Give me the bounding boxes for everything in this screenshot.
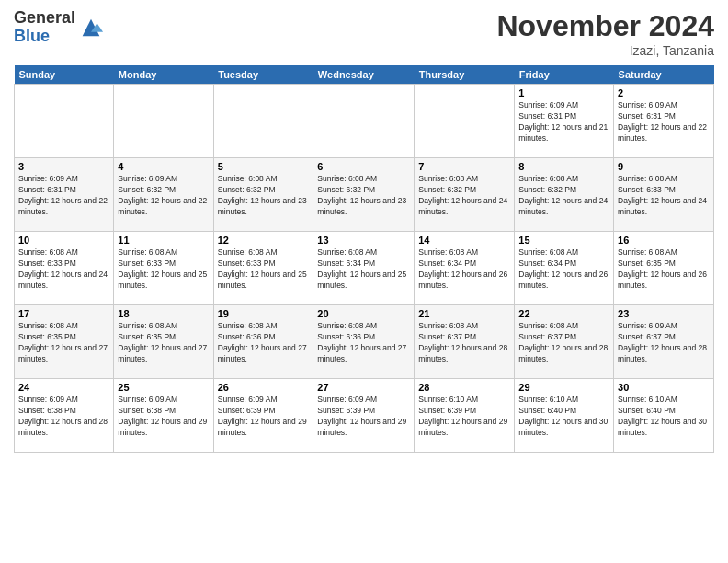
calendar-cell: 4Sunrise: 6:09 AM Sunset: 6:32 PM Daylig… <box>114 158 213 232</box>
logo-icon <box>78 15 104 40</box>
cell-text: Sunrise: 6:08 AM Sunset: 6:33 PM Dayligh… <box>118 247 209 292</box>
cell-text: Sunrise: 6:10 AM Sunset: 6:40 PM Dayligh… <box>518 395 609 439</box>
day-number: 9 <box>618 161 710 172</box>
calendar-cell: 10Sunrise: 6:08 AM Sunset: 6:33 PM Dayli… <box>15 232 114 305</box>
calendar-cell <box>213 85 313 158</box>
calendar-cell: 20Sunrise: 6:08 AM Sunset: 6:36 PM Dayli… <box>313 305 415 379</box>
col-wednesday: Wednesday <box>313 65 415 85</box>
col-friday: Friday <box>515 65 614 85</box>
day-number: 18 <box>118 308 209 319</box>
cell-text: Sunrise: 6:09 AM Sunset: 6:39 PM Dayligh… <box>218 395 310 439</box>
day-number: 14 <box>418 235 510 246</box>
day-number: 7 <box>418 161 510 172</box>
day-number: 30 <box>618 382 710 393</box>
header: General Blue November 2024 Izazi, Tanzan… <box>14 9 714 58</box>
calendar-cell: 6Sunrise: 6:08 AM Sunset: 6:32 PM Daylig… <box>313 158 415 232</box>
calendar-cell: 7Sunrise: 6:08 AM Sunset: 6:32 PM Daylig… <box>415 158 515 232</box>
cell-text: Sunrise: 6:08 AM Sunset: 6:32 PM Dayligh… <box>317 174 410 218</box>
calendar-cell: 17Sunrise: 6:08 AM Sunset: 6:35 PM Dayli… <box>15 305 114 379</box>
calendar-cell: 22Sunrise: 6:08 AM Sunset: 6:37 PM Dayli… <box>515 305 614 379</box>
calendar-cell: 27Sunrise: 6:09 AM Sunset: 6:39 PM Dayli… <box>313 379 415 453</box>
calendar-cell: 3Sunrise: 6:09 AM Sunset: 6:31 PM Daylig… <box>15 158 114 232</box>
calendar-cell <box>15 85 114 158</box>
cell-text: Sunrise: 6:08 AM Sunset: 6:37 PM Dayligh… <box>518 321 609 365</box>
calendar-cell: 30Sunrise: 6:10 AM Sunset: 6:40 PM Dayli… <box>614 379 714 453</box>
day-number: 1 <box>518 87 609 98</box>
cell-text: Sunrise: 6:09 AM Sunset: 6:31 PM Dayligh… <box>618 100 710 144</box>
calendar-cell: 23Sunrise: 6:09 AM Sunset: 6:37 PM Dayli… <box>614 305 714 379</box>
month-title: November 2024 <box>496 9 714 43</box>
page: General Blue November 2024 Izazi, Tanzan… <box>0 0 728 563</box>
day-number: 21 <box>418 308 510 319</box>
day-number: 22 <box>518 308 609 319</box>
day-number: 24 <box>18 382 109 393</box>
calendar-cell: 26Sunrise: 6:09 AM Sunset: 6:39 PM Dayli… <box>213 379 313 453</box>
calendar-cell: 11Sunrise: 6:08 AM Sunset: 6:33 PM Dayli… <box>114 232 213 305</box>
cell-text: Sunrise: 6:09 AM Sunset: 6:38 PM Dayligh… <box>118 395 209 439</box>
cell-text: Sunrise: 6:08 AM Sunset: 6:32 PM Dayligh… <box>418 174 510 218</box>
calendar-cell: 5Sunrise: 6:08 AM Sunset: 6:32 PM Daylig… <box>213 158 313 232</box>
cell-text: Sunrise: 6:08 AM Sunset: 6:36 PM Dayligh… <box>317 321 410 365</box>
day-number: 5 <box>218 161 310 172</box>
day-number: 29 <box>518 382 609 393</box>
logo-text: General Blue <box>14 9 75 46</box>
cell-text: Sunrise: 6:08 AM Sunset: 6:32 PM Dayligh… <box>218 174 310 218</box>
cell-text: Sunrise: 6:08 AM Sunset: 6:32 PM Dayligh… <box>518 174 609 218</box>
day-number: 10 <box>18 235 109 246</box>
day-number: 6 <box>317 161 410 172</box>
col-monday: Monday <box>114 65 213 85</box>
day-number: 23 <box>618 308 710 319</box>
cell-text: Sunrise: 6:08 AM Sunset: 6:35 PM Dayligh… <box>18 321 109 365</box>
day-number: 17 <box>18 308 109 319</box>
day-number: 15 <box>518 235 609 246</box>
calendar-cell: 8Sunrise: 6:08 AM Sunset: 6:32 PM Daylig… <box>515 158 614 232</box>
calendar-table: Sunday Monday Tuesday Wednesday Thursday… <box>14 65 714 453</box>
calendar-cell <box>313 85 415 158</box>
day-number: 25 <box>118 382 209 393</box>
day-number: 26 <box>218 382 310 393</box>
calendar-cell: 12Sunrise: 6:08 AM Sunset: 6:33 PM Dayli… <box>213 232 313 305</box>
logo-general: General <box>14 8 75 27</box>
location: Izazi, Tanzania <box>496 43 714 58</box>
cell-text: Sunrise: 6:09 AM Sunset: 6:38 PM Dayligh… <box>18 395 109 439</box>
cell-text: Sunrise: 6:10 AM Sunset: 6:40 PM Dayligh… <box>618 395 710 439</box>
cell-text: Sunrise: 6:09 AM Sunset: 6:39 PM Dayligh… <box>317 395 410 439</box>
calendar-cell: 25Sunrise: 6:09 AM Sunset: 6:38 PM Dayli… <box>114 379 213 453</box>
calendar-cell: 29Sunrise: 6:10 AM Sunset: 6:40 PM Dayli… <box>515 379 614 453</box>
calendar-cell: 13Sunrise: 6:08 AM Sunset: 6:34 PM Dayli… <box>313 232 415 305</box>
cell-text: Sunrise: 6:08 AM Sunset: 6:33 PM Dayligh… <box>18 247 109 292</box>
calendar-week-2: 10Sunrise: 6:08 AM Sunset: 6:33 PM Dayli… <box>15 232 714 305</box>
calendar-week-4: 24Sunrise: 6:09 AM Sunset: 6:38 PM Dayli… <box>15 379 714 453</box>
calendar-cell: 1Sunrise: 6:09 AM Sunset: 6:31 PM Daylig… <box>515 85 614 158</box>
calendar-week-1: 3Sunrise: 6:09 AM Sunset: 6:31 PM Daylig… <box>15 158 714 232</box>
calendar-cell: 9Sunrise: 6:08 AM Sunset: 6:33 PM Daylig… <box>614 158 714 232</box>
col-tuesday: Tuesday <box>213 65 313 85</box>
day-number: 19 <box>218 308 310 319</box>
day-number: 4 <box>118 161 209 172</box>
col-thursday: Thursday <box>415 65 515 85</box>
cell-text: Sunrise: 6:08 AM Sunset: 6:34 PM Dayligh… <box>317 247 410 292</box>
title-block: November 2024 Izazi, Tanzania <box>496 9 714 58</box>
day-number: 13 <box>317 235 410 246</box>
col-saturday: Saturday <box>614 65 714 85</box>
cell-text: Sunrise: 6:08 AM Sunset: 6:36 PM Dayligh… <box>218 321 310 365</box>
cell-text: Sunrise: 6:09 AM Sunset: 6:31 PM Dayligh… <box>18 174 109 218</box>
logo-blue: Blue <box>14 27 50 45</box>
day-number: 20 <box>317 308 410 319</box>
day-number: 2 <box>618 87 710 98</box>
cell-text: Sunrise: 6:09 AM Sunset: 6:37 PM Dayligh… <box>618 321 710 365</box>
calendar-cell: 16Sunrise: 6:08 AM Sunset: 6:35 PM Dayli… <box>614 232 714 305</box>
calendar-cell: 2Sunrise: 6:09 AM Sunset: 6:31 PM Daylig… <box>614 85 714 158</box>
day-number: 12 <box>218 235 310 246</box>
calendar-cell <box>114 85 213 158</box>
calendar-week-0: 1Sunrise: 6:09 AM Sunset: 6:31 PM Daylig… <box>15 85 714 158</box>
cell-text: Sunrise: 6:08 AM Sunset: 6:33 PM Dayligh… <box>618 174 710 218</box>
cell-text: Sunrise: 6:08 AM Sunset: 6:35 PM Dayligh… <box>618 247 710 292</box>
calendar-cell: 14Sunrise: 6:08 AM Sunset: 6:34 PM Dayli… <box>415 232 515 305</box>
day-number: 3 <box>18 161 109 172</box>
cell-text: Sunrise: 6:08 AM Sunset: 6:34 PM Dayligh… <box>518 247 609 292</box>
cell-text: Sunrise: 6:08 AM Sunset: 6:35 PM Dayligh… <box>118 321 209 365</box>
cell-text: Sunrise: 6:09 AM Sunset: 6:31 PM Dayligh… <box>518 100 609 144</box>
calendar-cell: 15Sunrise: 6:08 AM Sunset: 6:34 PM Dayli… <box>515 232 614 305</box>
day-number: 27 <box>317 382 410 393</box>
